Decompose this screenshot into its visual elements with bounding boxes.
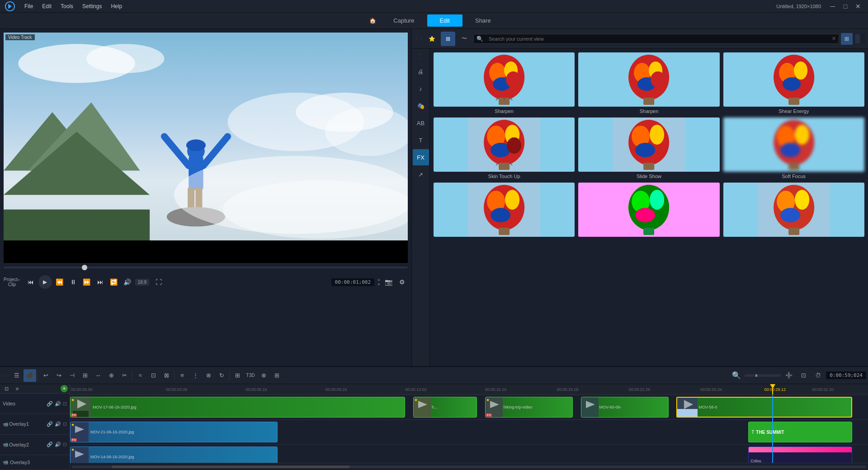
fx-item-slide-show[interactable]: Slide Show (578, 118, 719, 179)
overlay2-audio-icon[interactable]: 🔊 (55, 442, 61, 447)
tl-btn-redo[interactable]: ↪ (52, 369, 65, 382)
fx-item-sharpen-2[interactable]: Sharpen (578, 52, 719, 114)
tl-btn-start[interactable]: ⊣ (66, 369, 78, 382)
tl-btn-ungroup[interactable]: ⋮ (189, 369, 202, 382)
h-scroll-track[interactable] (72, 465, 866, 468)
fx-star-icon[interactable]: ⭐ (425, 32, 439, 46)
fx-scroll-down[interactable] (861, 34, 865, 43)
next-frame-button[interactable]: ⏭ (94, 276, 106, 288)
side-icon-fx[interactable]: FX (413, 149, 429, 165)
tl-btn-fit[interactable]: ↔ (92, 369, 104, 382)
clip-overlay2-1[interactable]: ★ FX MOV-14-06-16-2020.jpg (70, 446, 278, 463)
menu-settings[interactable]: Settings (78, 1, 106, 11)
tl-btn-fit-all[interactable]: ⊡ (797, 369, 810, 382)
tl-btn-insert[interactable]: ⊞ (79, 369, 91, 382)
clip-color-overlay2[interactable]: Colou (748, 446, 852, 463)
add-track-button[interactable]: + (61, 385, 68, 392)
maximize-button[interactable]: □ (839, 0, 852, 13)
video-expand-icon[interactable]: ⊡ (63, 401, 67, 407)
skip-forward-button[interactable]: ⏩ (81, 276, 93, 288)
tl-btn-loop2[interactable]: ↻ (215, 369, 228, 382)
fx-wave-icon[interactable]: 〜 (457, 32, 472, 46)
side-icon-filter[interactable]: 🎭 (413, 98, 429, 114)
clip-video-4[interactable]: MOV-60-06- (581, 397, 669, 418)
tl-btn-cut[interactable]: ✂ (118, 369, 131, 382)
loop-button[interactable]: 🔁 (108, 276, 120, 288)
menu-edit[interactable]: Edit (38, 1, 56, 11)
settings-button[interactable]: ⚙ (396, 276, 408, 288)
play-button[interactable]: ▶ (38, 275, 52, 289)
tl-btn-snap[interactable]: ⊡ (147, 369, 160, 382)
side-icon-music[interactable]: ♪ (413, 80, 429, 97)
tl-btn-group[interactable]: ≡ (176, 369, 189, 382)
tl-btn-waveform[interactable]: ≈ (134, 369, 146, 382)
pause-button[interactable]: ⏸ (67, 276, 79, 288)
tab-edit[interactable]: Edit (427, 14, 462, 27)
clip-title-summit[interactable]: T THE SUMMIT (748, 422, 852, 442)
menu-file[interactable]: File (20, 1, 38, 11)
tl-btn-link[interactable]: ⊠ (160, 369, 173, 382)
h-scrollbar[interactable] (70, 463, 868, 470)
snapshot-button[interactable]: 📷 (382, 276, 394, 288)
tl-btn-paint[interactable]: ⊗ (257, 369, 270, 382)
clip-overlay1-1[interactable]: ★ FX MOV-21-06-16-2020.jpg (70, 422, 278, 442)
tl-btn-media[interactable]: ⊞ (231, 369, 244, 382)
menu-tools[interactable]: Tools (56, 1, 78, 11)
fx-search-input[interactable] (485, 34, 830, 43)
clip-video-2[interactable]: ★ h... (413, 397, 477, 418)
zoom-slider[interactable] (745, 374, 781, 377)
tl-btn-grid[interactable]: ⬛ (24, 369, 36, 382)
fx-item-shear-energy[interactable]: Shear Energy (723, 52, 864, 114)
progress-area[interactable] (0, 263, 411, 272)
side-icon-text[interactable]: AB (413, 115, 429, 131)
clip-video-5[interactable]: MOV-58-0 (676, 397, 852, 418)
fx-item-skin-touch[interactable]: Skin Touch Up (434, 118, 575, 179)
progress-thumb[interactable] (82, 265, 87, 270)
tl-btn-3d[interactable]: T3D (244, 369, 257, 382)
clip-video-1[interactable]: ★ FX MOV-17-06-16-2020.jpg (70, 397, 405, 418)
video-link-icon[interactable]: 🔗 (47, 401, 53, 407)
close-button[interactable]: ✕ (852, 0, 864, 13)
overlay2-expand-icon[interactable]: ⊡ (63, 442, 67, 447)
overlay1-link-icon[interactable]: 🔗 (47, 421, 53, 427)
video-audio-icon[interactable]: 🔊 (55, 401, 61, 407)
skip-back-button[interactable]: ⏪ (54, 276, 66, 288)
aspect-ratio-selector[interactable]: 16:9 (135, 279, 149, 286)
fx-grid-icon[interactable]: ⊞ (441, 32, 455, 46)
fx-item-sharpen-1[interactable]: Sharpen (434, 52, 575, 114)
fx-item-soft-focus[interactable]: Soft Focus (723, 118, 864, 179)
side-icon-title[interactable]: T (413, 132, 429, 148)
overlay1-expand-icon[interactable]: ⊡ (63, 421, 67, 427)
fx-item-row3-2[interactable] (578, 183, 719, 239)
tl-btn-undo[interactable]: ↩ (39, 369, 52, 382)
minimize-button[interactable]: ─ (826, 0, 839, 13)
side-icon-curve[interactable]: ↗ (413, 166, 429, 183)
prev-frame-button[interactable]: ⏮ (25, 276, 37, 288)
tl-btn-clock[interactable]: ⏱ (811, 369, 824, 382)
tl-btn-zoom-in[interactable]: ➕ (783, 369, 795, 382)
progress-track[interactable] (4, 267, 408, 268)
fx-scroll-up[interactable] (855, 34, 860, 43)
side-icon-print[interactable]: 🖨 (413, 63, 429, 80)
tl-btn-extra[interactable]: ⊞ (270, 369, 283, 382)
tl-btn-zoom-out[interactable]: 🔍 (730, 369, 743, 382)
tab-capture[interactable]: Capture (381, 14, 427, 27)
tl-track-list[interactable]: ≡ (13, 384, 22, 393)
h-scroll-thumb[interactable] (112, 465, 350, 468)
tl-btn-chapters[interactable]: ☰ (10, 369, 23, 382)
fx-item-row3-1[interactable] (434, 183, 575, 239)
clear-search-icon[interactable]: ✕ (832, 36, 836, 42)
overlay2-link-icon[interactable]: 🔗 (47, 442, 53, 447)
fullscreen-button[interactable]: ⛶ (153, 276, 165, 288)
menu-help[interactable]: Help (106, 1, 127, 11)
tl-btn-add[interactable]: ⊕ (105, 369, 118, 382)
tl-track-layout[interactable]: ⊡ (2, 384, 11, 393)
tab-share[interactable]: Share (462, 14, 504, 27)
fx-item-row3-3[interactable] (723, 183, 864, 239)
home-button[interactable]: 🏠 (364, 13, 381, 29)
overlay1-audio-icon[interactable]: 🔊 (55, 421, 61, 427)
clip-video-3[interactable]: ★ FX hiking-trip-video (485, 397, 573, 418)
tl-btn-speed[interactable]: ⊗ (202, 369, 215, 382)
volume-button[interactable]: 🔊 (122, 276, 133, 288)
fx-view-toggle[interactable]: ⊞ (841, 33, 853, 45)
